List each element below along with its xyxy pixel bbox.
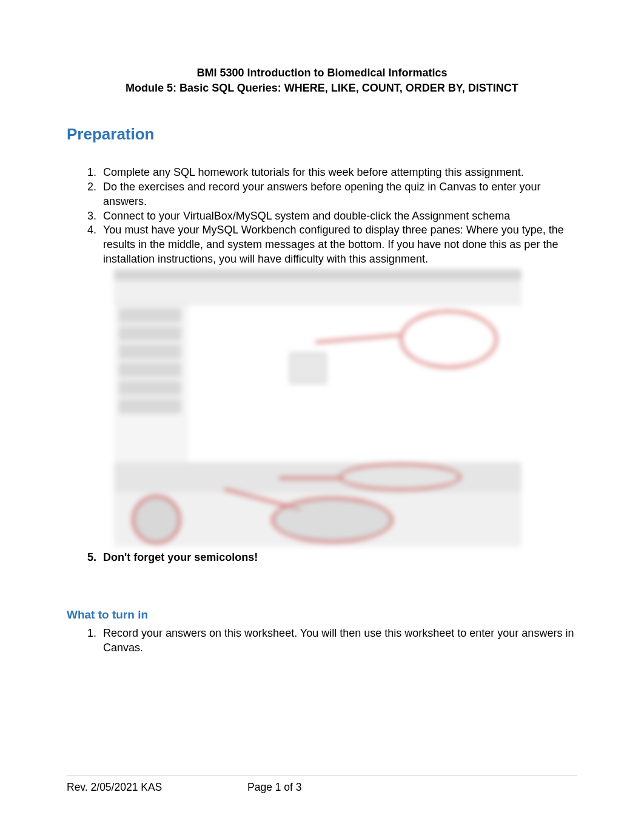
footer-revision: Rev. 2/05/2021 KAS [67,781,247,794]
prep-item-1: Complete any SQL homework tutorials for … [99,166,577,180]
turnin-list: Record your answers on this worksheet. Y… [67,626,577,656]
prep-item-4: You must have your MySQL Workbench confi… [99,223,577,266]
module-title: Module 5: Basic SQL Queries: WHERE, LIKE… [67,81,577,96]
page-footer: Rev. 2/05/2021 KAS Page 1 of 3 [67,776,577,794]
preparation-heading: Preparation [67,125,577,144]
document-header: BMI 5300 Introduction to Biomedical Info… [67,65,577,96]
course-title: BMI 5300 Introduction to Biomedical Info… [67,65,577,81]
mysql-workbench-screenshot [114,269,522,547]
preparation-list: Complete any SQL homework tutorials for … [67,166,577,266]
prep-item-2: Do the exercises and record your answers… [99,180,577,209]
prep-item-3: Connect to your VirtualBox/MySQL system … [99,209,577,224]
prep-item-5: Don't forget your semicolons! [99,551,577,565]
preparation-list-cont: Don't forget your semicolons! [67,551,577,565]
what-to-turn-in-heading: What to turn in [67,608,577,622]
turnin-item-1: Record your answers on this worksheet. Y… [99,626,577,656]
footer-page-number: Page 1 of 3 [247,781,302,794]
